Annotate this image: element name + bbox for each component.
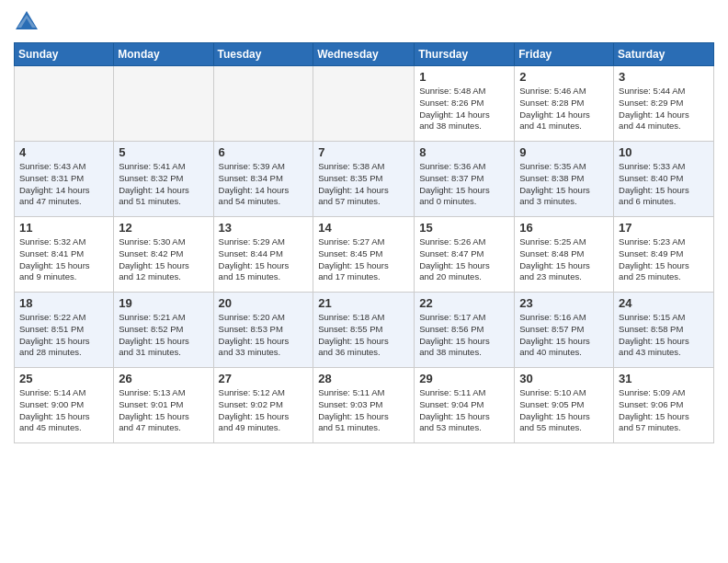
day-number: 8	[419, 145, 509, 159]
calendar-cell: 10Sunrise: 5:33 AM Sunset: 8:40 PM Dayli…	[614, 142, 714, 217]
day-info: Sunrise: 5:27 AM Sunset: 8:45 PM Dayligh…	[318, 236, 409, 283]
day-number: 25	[19, 372, 108, 385]
day-info: Sunrise: 5:10 AM Sunset: 9:05 PM Dayligh…	[519, 387, 609, 434]
calendar-cell: 29Sunrise: 5:11 AM Sunset: 9:04 PM Dayli…	[415, 368, 515, 443]
logo	[14, 9, 43, 35]
day-number: 29	[419, 372, 509, 385]
day-number: 19	[119, 296, 208, 310]
calendar-cell: 25Sunrise: 5:14 AM Sunset: 9:00 PM Dayli…	[15, 368, 114, 443]
day-info: Sunrise: 5:14 AM Sunset: 9:00 PM Dayligh…	[19, 387, 108, 434]
day-number: 12	[119, 221, 208, 235]
calendar-cell: 15Sunrise: 5:26 AM Sunset: 8:47 PM Dayli…	[415, 217, 515, 293]
calendar-week-row: 1Sunrise: 5:48 AM Sunset: 8:26 PM Daylig…	[15, 66, 714, 142]
header	[14, 9, 714, 35]
calendar-cell: 20Sunrise: 5:20 AM Sunset: 8:53 PM Dayli…	[213, 293, 313, 368]
calendar-cell	[15, 66, 114, 142]
calendar-cell: 13Sunrise: 5:29 AM Sunset: 8:44 PM Dayli…	[213, 217, 313, 293]
day-number: 24	[619, 296, 709, 310]
day-number: 31	[619, 372, 709, 385]
day-info: Sunrise: 5:44 AM Sunset: 8:29 PM Dayligh…	[619, 86, 709, 132]
calendar-cell: 17Sunrise: 5:23 AM Sunset: 8:49 PM Dayli…	[614, 217, 714, 293]
calendar-cell: 21Sunrise: 5:18 AM Sunset: 8:55 PM Dayli…	[313, 293, 415, 368]
day-number: 14	[318, 221, 409, 235]
day-info: Sunrise: 5:25 AM Sunset: 8:48 PM Dayligh…	[519, 236, 609, 283]
day-number: 15	[419, 221, 509, 235]
day-info: Sunrise: 5:39 AM Sunset: 8:34 PM Dayligh…	[219, 161, 309, 208]
calendar-cell: 26Sunrise: 5:13 AM Sunset: 9:01 PM Dayli…	[114, 368, 213, 443]
calendar: SundayMondayTuesdayWednesdayThursdayFrid…	[14, 42, 714, 443]
weekday-header: Thursday	[415, 43, 515, 66]
logo-icon	[14, 9, 40, 35]
calendar-cell: 7Sunrise: 5:38 AM Sunset: 8:35 PM Daylig…	[313, 142, 415, 217]
calendar-cell	[313, 66, 415, 142]
day-number: 11	[19, 221, 108, 235]
calendar-cell: 28Sunrise: 5:11 AM Sunset: 9:03 PM Dayli…	[313, 368, 415, 443]
calendar-cell: 27Sunrise: 5:12 AM Sunset: 9:02 PM Dayli…	[213, 368, 313, 443]
day-number: 10	[619, 145, 709, 159]
day-info: Sunrise: 5:46 AM Sunset: 8:28 PM Dayligh…	[519, 86, 609, 132]
calendar-cell: 16Sunrise: 5:25 AM Sunset: 8:48 PM Dayli…	[515, 217, 614, 293]
calendar-cell: 14Sunrise: 5:27 AM Sunset: 8:45 PM Dayli…	[313, 217, 415, 293]
day-info: Sunrise: 5:11 AM Sunset: 9:03 PM Dayligh…	[318, 387, 409, 434]
day-info: Sunrise: 5:16 AM Sunset: 8:57 PM Dayligh…	[519, 312, 609, 359]
day-number: 9	[519, 145, 609, 159]
weekday-header: Sunday	[15, 43, 114, 66]
calendar-cell: 18Sunrise: 5:22 AM Sunset: 8:51 PM Dayli…	[15, 293, 114, 368]
day-number: 2	[519, 70, 609, 84]
calendar-cell: 31Sunrise: 5:09 AM Sunset: 9:06 PM Dayli…	[614, 368, 714, 443]
calendar-cell: 6Sunrise: 5:39 AM Sunset: 8:34 PM Daylig…	[213, 142, 313, 217]
weekday-header: Friday	[515, 43, 614, 66]
weekday-header: Tuesday	[213, 43, 313, 66]
calendar-cell: 24Sunrise: 5:15 AM Sunset: 8:58 PM Dayli…	[614, 293, 714, 368]
calendar-body: 1Sunrise: 5:48 AM Sunset: 8:26 PM Daylig…	[15, 66, 714, 443]
calendar-cell: 12Sunrise: 5:30 AM Sunset: 8:42 PM Dayli…	[114, 217, 213, 293]
day-number: 28	[318, 372, 409, 385]
day-number: 1	[419, 70, 509, 84]
day-number: 6	[219, 145, 309, 159]
day-info: Sunrise: 5:21 AM Sunset: 8:52 PM Dayligh…	[119, 312, 208, 359]
day-info: Sunrise: 5:35 AM Sunset: 8:38 PM Dayligh…	[519, 161, 609, 208]
weekday-header: Monday	[114, 43, 213, 66]
calendar-cell	[213, 66, 313, 142]
calendar-cell: 5Sunrise: 5:41 AM Sunset: 8:32 PM Daylig…	[114, 142, 213, 217]
day-info: Sunrise: 5:11 AM Sunset: 9:04 PM Dayligh…	[419, 387, 509, 434]
calendar-cell: 2Sunrise: 5:46 AM Sunset: 8:28 PM Daylig…	[515, 66, 614, 142]
day-info: Sunrise: 5:13 AM Sunset: 9:01 PM Dayligh…	[119, 387, 208, 434]
day-number: 3	[619, 70, 709, 84]
day-number: 30	[519, 372, 609, 385]
day-info: Sunrise: 5:09 AM Sunset: 9:06 PM Dayligh…	[619, 387, 709, 434]
day-number: 26	[119, 372, 208, 385]
day-info: Sunrise: 5:22 AM Sunset: 8:51 PM Dayligh…	[19, 312, 108, 359]
calendar-cell	[114, 66, 213, 142]
calendar-cell: 23Sunrise: 5:16 AM Sunset: 8:57 PM Dayli…	[515, 293, 614, 368]
day-info: Sunrise: 5:20 AM Sunset: 8:53 PM Dayligh…	[219, 312, 309, 359]
calendar-cell: 8Sunrise: 5:36 AM Sunset: 8:37 PM Daylig…	[415, 142, 515, 217]
day-number: 16	[519, 221, 609, 235]
day-number: 17	[619, 221, 709, 235]
calendar-week-row: 11Sunrise: 5:32 AM Sunset: 8:41 PM Dayli…	[15, 217, 714, 293]
day-info: Sunrise: 5:29 AM Sunset: 8:44 PM Dayligh…	[219, 236, 309, 283]
day-info: Sunrise: 5:32 AM Sunset: 8:41 PM Dayligh…	[19, 236, 108, 283]
day-info: Sunrise: 5:18 AM Sunset: 8:55 PM Dayligh…	[318, 312, 409, 359]
day-info: Sunrise: 5:26 AM Sunset: 8:47 PM Dayligh…	[419, 236, 509, 283]
calendar-week-row: 18Sunrise: 5:22 AM Sunset: 8:51 PM Dayli…	[15, 293, 714, 368]
day-number: 22	[419, 296, 509, 310]
calendar-cell: 9Sunrise: 5:35 AM Sunset: 8:38 PM Daylig…	[515, 142, 614, 217]
day-info: Sunrise: 5:15 AM Sunset: 8:58 PM Dayligh…	[619, 312, 709, 359]
weekday-header: Wednesday	[313, 43, 415, 66]
day-number: 21	[318, 296, 409, 310]
day-info: Sunrise: 5:38 AM Sunset: 8:35 PM Dayligh…	[318, 161, 409, 208]
day-info: Sunrise: 5:41 AM Sunset: 8:32 PM Dayligh…	[119, 161, 208, 208]
calendar-cell: 19Sunrise: 5:21 AM Sunset: 8:52 PM Dayli…	[114, 293, 213, 368]
day-info: Sunrise: 5:48 AM Sunset: 8:26 PM Dayligh…	[419, 86, 509, 132]
day-number: 20	[219, 296, 309, 310]
day-number: 7	[318, 145, 409, 159]
calendar-cell: 1Sunrise: 5:48 AM Sunset: 8:26 PM Daylig…	[415, 66, 515, 142]
calendar-week-row: 4Sunrise: 5:43 AM Sunset: 8:31 PM Daylig…	[15, 142, 714, 217]
calendar-header-row: SundayMondayTuesdayWednesdayThursdayFrid…	[15, 43, 714, 66]
weekday-header: Saturday	[614, 43, 714, 66]
calendar-cell: 3Sunrise: 5:44 AM Sunset: 8:29 PM Daylig…	[614, 66, 714, 142]
calendar-cell: 4Sunrise: 5:43 AM Sunset: 8:31 PM Daylig…	[15, 142, 114, 217]
day-info: Sunrise: 5:33 AM Sunset: 8:40 PM Dayligh…	[619, 161, 709, 208]
day-number: 4	[19, 145, 108, 159]
